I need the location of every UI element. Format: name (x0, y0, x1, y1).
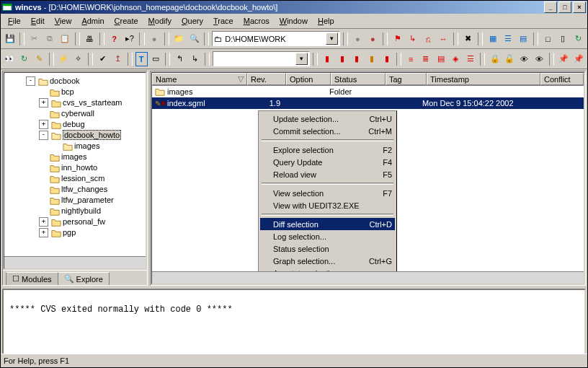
address-combo[interactable]: 🗀 D:\HOME\WORK ▼ (212, 31, 339, 46)
scrollbar-h[interactable] (152, 271, 584, 284)
tree-node[interactable]: -docbook_howto (26, 130, 144, 141)
close-button[interactable]: × (573, 1, 586, 13)
tree-node[interactable]: ltfw_parameter (26, 195, 144, 206)
menu-trace[interactable]: Trace (209, 16, 238, 26)
tag-icon[interactable]: ⎌ (421, 31, 435, 47)
module-grid-icon[interactable]: ▤ (516, 31, 530, 47)
refresh-green-icon[interactable]: ↻ (571, 31, 585, 47)
watch-icon[interactable]: 👁 (517, 51, 531, 67)
ctx-update-selection[interactable]: Update selection...Ctrl+U (260, 113, 395, 125)
ctx-view-with-uedit-exe[interactable]: View with UEDIT32.EXE (260, 199, 395, 211)
ctx-graph-selection[interactable]: Graph selection...Ctrl+G (260, 255, 395, 267)
status-icon[interactable]: ▤ (434, 51, 447, 67)
tab-modules[interactable]: ☐Modules (6, 272, 58, 285)
red-doc2-icon[interactable]: ▮ (335, 51, 349, 67)
cut-icon[interactable]: ✂ (27, 31, 41, 47)
red-doc1-icon[interactable]: ▮ (321, 51, 334, 67)
link-icon[interactable]: ↔ (437, 31, 450, 47)
col-option[interactable]: Option (286, 73, 331, 85)
arrow-down-icon[interactable]: ↳ (188, 51, 202, 67)
menu-admin[interactable]: Admin (77, 16, 108, 26)
lock-icon[interactable]: 🔒 (488, 51, 502, 67)
unwatch-icon[interactable]: 👁 (533, 51, 546, 67)
explore-icon[interactable]: 🔍 (187, 31, 201, 47)
menu-help[interactable]: Help (313, 16, 339, 26)
copy-icon[interactable]: ⧉ (43, 31, 56, 47)
menu-file[interactable]: File (4, 16, 25, 26)
tree-node[interactable]: +debug (26, 119, 144, 130)
ctx-reload-view[interactable]: Reload viewF5 (260, 168, 395, 180)
file-row[interactable]: imagesFolder (152, 86, 584, 97)
tree-node[interactable]: -docbook (26, 76, 144, 87)
commit-icon[interactable]: ↥ (111, 51, 125, 67)
print-icon[interactable]: 🖶 (83, 31, 97, 47)
delete-icon[interactable]: ✖ (461, 31, 475, 47)
page-icon[interactable]: ▭ (149, 51, 163, 67)
ctx-query-update[interactable]: Query UpdateF4 (260, 156, 395, 168)
context-help-icon[interactable]: ▸? (122, 31, 136, 47)
thumbtack-icon[interactable]: 📌 (557, 51, 571, 67)
menu-modify[interactable]: Modify (144, 16, 176, 26)
lightning-icon[interactable]: ⚡ (57, 51, 71, 67)
minimize-button[interactable]: _ (544, 1, 557, 13)
help-icon[interactable]: ? (107, 31, 121, 47)
binoc-icon[interactable]: 👀 (3, 51, 17, 67)
red-doc3-icon[interactable]: ▮ (350, 51, 364, 67)
menu-macros[interactable]: Macros (239, 16, 274, 26)
log-icon[interactable]: ≣ (419, 51, 433, 67)
ctx-view-selection[interactable]: View selectionF7 (260, 187, 395, 199)
tree-node[interactable]: ltfw_changes (26, 184, 144, 195)
stop-icon[interactable]: ● (351, 31, 365, 47)
scrollbar-h[interactable] (4, 256, 146, 268)
hammer-icon[interactable]: ✔ (96, 51, 110, 67)
console-output[interactable]: ***** CVS exited normally with code 0 **… (2, 289, 586, 364)
text-icon[interactable]: T (135, 52, 148, 66)
tree-node[interactable]: nightlybuild (26, 206, 144, 216)
menu-create[interactable]: Create (110, 16, 143, 26)
refresh-icon[interactable]: ↻ (18, 51, 32, 67)
graph-icon[interactable]: ◈ (449, 51, 463, 67)
col-status[interactable]: Status (331, 73, 386, 85)
paste-icon[interactable]: 📋 (58, 31, 72, 47)
tab-explore[interactable]: 🔍Explore (58, 272, 110, 285)
ctx-status-selection[interactable]: Status selection (260, 242, 395, 255)
menu-edit[interactable]: Edit (27, 16, 49, 26)
save-icon[interactable]: 💾 (3, 31, 17, 47)
pencil-icon[interactable]: ✎ (32, 51, 46, 67)
refresh-red-icon[interactable]: ● (366, 31, 380, 47)
record-icon[interactable]: ● (148, 31, 161, 47)
tree-node[interactable]: +pgp (26, 227, 144, 238)
branch-icon[interactable]: ↳ (406, 31, 419, 47)
tree-node[interactable]: lession_scm (26, 173, 144, 184)
tree-node[interactable]: images (26, 141, 144, 152)
tree[interactable]: -docbookbcp+cvs_vs_starteamcyberwall+deb… (4, 73, 146, 241)
folder-up-icon[interactable]: 📁 (172, 31, 186, 47)
ctx-explore-selection[interactable]: Explore selectionF2 (260, 144, 395, 156)
orange-doc-icon[interactable]: ▮ (365, 51, 379, 67)
tree-node[interactable]: +cvs_vs_starteam (26, 97, 144, 108)
col-tag[interactable]: Tag (386, 73, 427, 85)
module-list-icon[interactable]: ☰ (501, 31, 514, 47)
menu-query[interactable]: Query (177, 16, 208, 26)
window-1-icon[interactable]: □ (541, 31, 555, 47)
tree-node[interactable]: +personal_fw (26, 216, 144, 227)
red-flag-icon[interactable]: ⚑ (391, 31, 404, 47)
window-2-icon[interactable]: ▯ (556, 31, 570, 47)
col-name[interactable]: Name ▽ (152, 73, 247, 85)
diff-icon[interactable]: ≡ (404, 51, 418, 67)
col-timestamp[interactable]: Timestamp (427, 73, 540, 85)
tree-node[interactable]: cyberwall (26, 108, 144, 119)
annotate-icon[interactable]: ☰ (464, 51, 478, 67)
tree-node[interactable]: inn_howto (26, 162, 144, 173)
ctx-commit-selection[interactable]: Commit selection...Ctrl+M (260, 125, 395, 137)
arrow-up-icon[interactable]: ↰ (173, 51, 187, 67)
col-rev[interactable]: Rev. (247, 73, 286, 85)
chevron-down-icon[interactable]: ▼ (326, 32, 338, 45)
column-headers[interactable]: Name ▽Rev.OptionStatusTagTimestampConfli… (152, 73, 584, 86)
maximize-button[interactable]: □ (558, 1, 571, 13)
menu-window[interactable]: Window (275, 16, 312, 26)
menu-view[interactable]: View (50, 16, 76, 26)
wand-icon[interactable]: ✧ (72, 51, 86, 67)
unlock-icon[interactable]: 🔓 (503, 51, 517, 67)
file-row[interactable]: ✎index.sgml1.9Mon Dec 9 15:04:22 2002 (152, 97, 584, 109)
